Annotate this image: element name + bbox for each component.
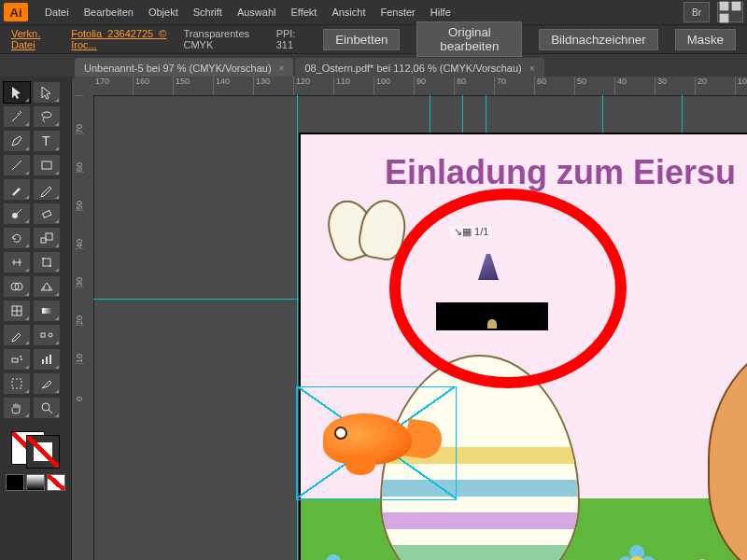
graph-tool[interactable] (34, 349, 60, 370)
gradient-tool[interactable] (34, 301, 60, 321)
canvas[interactable]: Einladung zum Eiersu (93, 95, 747, 560)
selection-tool[interactable] (4, 82, 30, 103)
tools-panel: T (0, 77, 72, 560)
menu-ansicht[interactable]: Ansicht (324, 7, 373, 18)
menu-effekt[interactable]: Effekt (283, 7, 324, 18)
close-icon[interactable]: × (529, 63, 535, 74)
tab-unbenannt5[interactable]: Unbenannt-5 bei 97 % (CMYK/Vorschau) × (75, 58, 293, 78)
menu-objekt[interactable]: Objekt (141, 7, 186, 18)
linked-filename[interactable]: Fotolia_23642725_© Iroc... (71, 28, 166, 50)
ruler-tick: 140 (214, 77, 254, 95)
placed-image-fish[interactable] (296, 386, 457, 500)
svg-rect-11 (43, 259, 50, 266)
grid-icon (718, 0, 742, 24)
svg-rect-0 (720, 2, 729, 11)
line-tool[interactable] (4, 155, 30, 175)
artwork-headline: Einladung zum Eiersu (385, 153, 736, 192)
linked-file-label[interactable]: Verkn. Datei (11, 28, 54, 50)
ruler-tick: 10 (75, 325, 84, 363)
free-transform-tool[interactable] (34, 252, 60, 273)
ruler-tick: 30 (75, 248, 84, 287)
ruler-tick: 170 (93, 77, 134, 95)
magic-wand-tool[interactable] (4, 106, 30, 127)
menu-auswahl[interactable]: Auswahl (230, 7, 284, 18)
scale-tool[interactable] (34, 228, 60, 248)
menu-fenster[interactable]: Fenster (373, 7, 422, 18)
blend-tool[interactable] (34, 325, 60, 345)
ruler-tick: 40 (75, 210, 84, 248)
svg-text:T: T (42, 133, 50, 148)
eraser-tool[interactable] (34, 203, 60, 224)
artwork-flower (618, 545, 655, 560)
type-tool[interactable]: T (34, 131, 60, 151)
artboard: Einladung zum Eiersu (299, 133, 747, 560)
direct-selection-tool[interactable] (34, 82, 60, 103)
ruler-tick: 60 (535, 77, 575, 95)
ruler-tick: 130 (254, 77, 294, 95)
zoom-tool[interactable] (34, 398, 60, 418)
menu-hilfe[interactable]: Hilfe (423, 7, 458, 18)
ruler-tick: 10 (736, 77, 747, 95)
svg-point-3 (42, 112, 51, 118)
paintbrush-tool[interactable] (4, 179, 30, 200)
hand-tool[interactable] (4, 398, 30, 418)
gradient-mode-icon[interactable] (26, 474, 45, 491)
svg-rect-1 (732, 2, 741, 11)
artboard-tool[interactable] (4, 373, 30, 394)
embed-button[interactable]: Einbetten (323, 29, 400, 50)
ruler-tick: 70 (495, 77, 535, 95)
work-area: 1701601501401301201101009080706050403020… (75, 77, 747, 560)
svg-rect-2 (720, 14, 729, 23)
ruler-tick: 120 (294, 77, 334, 95)
svg-rect-9 (41, 238, 46, 243)
horizontal-ruler[interactable]: 1701601501401301201101009080706050403020… (93, 77, 747, 96)
arrange-documents-button[interactable] (717, 2, 743, 22)
lasso-tool[interactable] (34, 106, 60, 127)
none-mode-icon[interactable] (47, 474, 65, 491)
tab-ostern[interactable]: 08_Ostern.pdf* bei 112,06 % (CMYK/Vorsch… (295, 58, 543, 78)
menu-bearbeiten[interactable]: Bearbeiten (77, 7, 141, 18)
transparency-info: Transparentes CMYK (183, 28, 259, 50)
svg-rect-23 (42, 359, 44, 364)
artwork-flower (315, 554, 352, 560)
vertical-ruler[interactable]: 706050403020100 (75, 95, 94, 560)
ruler-tick: 0 (75, 363, 84, 401)
ruler-tick: 90 (415, 77, 455, 95)
mask-button[interactable]: Maske (675, 29, 736, 50)
width-tool[interactable] (4, 252, 30, 273)
pen-tool[interactable] (4, 131, 30, 151)
close-icon[interactable]: × (279, 63, 285, 74)
mesh-tool[interactable] (4, 301, 30, 321)
slice-tool[interactable] (34, 373, 60, 394)
ruler-tick: 50 (75, 172, 84, 210)
svg-rect-6 (42, 161, 51, 169)
edit-original-button[interactable]: Original bearbeiten (416, 21, 522, 57)
svg-rect-24 (46, 357, 48, 364)
shape-builder-tool[interactable] (4, 276, 30, 297)
svg-point-21 (20, 356, 21, 357)
svg-point-27 (42, 403, 49, 411)
blob-brush-tool[interactable] (4, 203, 30, 224)
ruler-tick: 70 (75, 95, 84, 133)
svg-point-19 (49, 333, 52, 337)
menu-bar: Ai Datei Bearbeiten Objekt Schrift Auswa… (0, 0, 747, 25)
fill-stroke-swatches[interactable] (4, 427, 67, 491)
svg-point-13 (49, 265, 51, 267)
rectangle-tool[interactable] (34, 155, 60, 175)
stroke-swatch[interactable] (26, 435, 60, 469)
svg-point-12 (42, 258, 44, 259)
color-mode-icon[interactable] (6, 474, 24, 491)
app-logo-icon: Ai (4, 3, 28, 21)
symbol-sprayer-tool[interactable] (4, 349, 30, 370)
bridge-button[interactable]: Br (684, 2, 710, 22)
ruler-tick: 60 (75, 133, 84, 172)
perspective-tool[interactable] (34, 276, 60, 297)
menu-datei[interactable]: Datei (37, 7, 77, 18)
eyedropper-tool[interactable] (4, 325, 30, 345)
document-tabs: Unbenannt-5 bei 97 % (CMYK/Vorschau) × 0… (0, 54, 747, 78)
svg-rect-25 (49, 355, 51, 364)
image-trace-button[interactable]: Bildnachzeichner (539, 29, 658, 50)
menu-schrift[interactable]: Schrift (186, 7, 230, 18)
pencil-tool[interactable] (34, 179, 60, 200)
rotate-tool[interactable] (4, 228, 30, 248)
